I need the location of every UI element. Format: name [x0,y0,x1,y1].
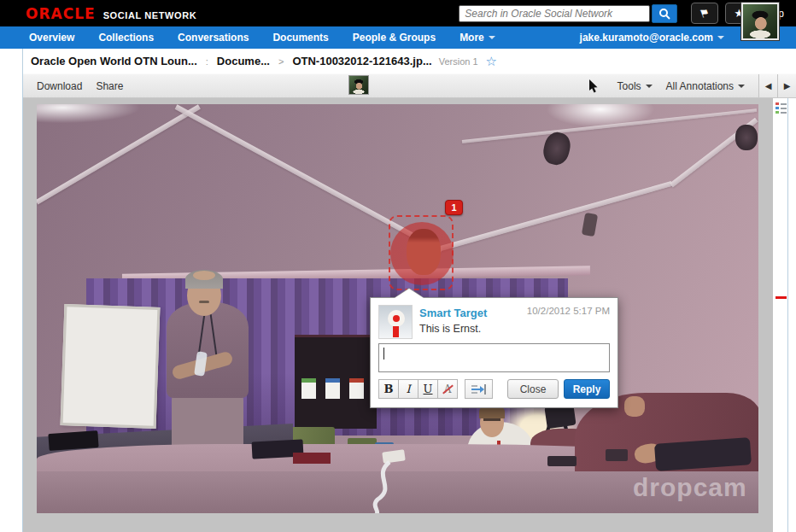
breadcrumb-file: OTN-10032012-121643.jp... [292,55,431,67]
pin-icon [393,315,400,322]
topbar: ORACLE SOCIAL NETWORK ⚑ ★ Help [0,0,796,26]
cursor-icon [588,79,599,93]
ceiling-light [541,130,573,167]
user-email: jake.kuramoto@oracle.com [580,32,713,44]
product-name: SOCIAL NETWORK [103,10,197,20]
watermark: dropcam [633,473,747,502]
insert-icon [471,384,487,395]
insert-button[interactable] [465,379,493,399]
breadcrumb-separator: : [206,56,208,67]
reply-input[interactable] [378,343,610,372]
placard [301,378,316,399]
tent-beam [37,104,201,204]
document-viewer: dropcam 1 10/2/2012 5:17 PM Smart Target… [23,98,773,532]
tent-beam [462,108,757,143]
display-board [295,335,377,429]
counter-object [547,456,577,466]
annotation-list-icon[interactable] [776,102,787,114]
placard [325,378,340,399]
pin-icon [393,326,399,337]
legend-square [776,111,779,114]
breadcrumb-separator: > [278,56,284,67]
breadcrumb: Oracle Open World OTN Loun... : Docume..… [0,49,796,73]
flag-icon: ⚑ [698,5,711,20]
oracle-social-network-app: ORACLE SOCIAL NETWORK ⚑ ★ Help Overview … [0,0,796,532]
next-annotation-button[interactable]: ▶ [777,74,796,97]
popup-arrow [395,289,424,298]
nav-item-documents[interactable]: Documents [272,32,328,44]
global-search [459,4,677,23]
viewer-presence-avatar[interactable] [348,75,369,95]
annotation-timestamp: 10/2/2012 5:17 PM [527,306,610,316]
version-label: Version 1 [439,56,478,67]
annotation-position-marker[interactable] [776,296,787,299]
nav-item-more[interactable]: More [459,32,495,44]
flag-button[interactable]: ⚑ [691,3,718,24]
previous-annotation-button[interactable]: ◀ [758,74,777,97]
annotation-message: This is Ernst. [419,323,610,335]
chevron-down-icon [738,85,745,88]
oracle-logo: ORACLE SOCIAL NETWORK [26,5,196,22]
breadcrumb-folder[interactable]: Docume... [217,55,270,67]
annotation-footer: B I U A Close Reply [371,372,617,407]
legend-line [781,112,787,114]
legend-square [776,102,779,105]
reply-button[interactable]: Reply [564,379,610,399]
share-button[interactable]: Share [96,80,123,92]
counter-object [606,449,628,461]
favorite-star-icon[interactable]: ☆ [486,54,497,69]
standing-man-torso [167,302,249,398]
legend-line [781,103,787,105]
oracle-wordmark: ORACLE [26,5,96,22]
nav-more-label: More [459,32,484,44]
legend-line [781,108,787,109]
rail-divider [787,98,788,532]
nav-item-conversations[interactable]: Conversations [178,32,249,44]
ceiling-light [735,125,758,150]
legend-square [776,107,779,109]
user-avatar[interactable] [741,3,779,40]
chevron-down-icon [646,85,653,88]
author-avatar[interactable] [378,305,413,339]
main-navbar: Overview Collections Conversations Docum… [0,26,796,49]
ceiling-bracket [582,213,598,237]
annotations-filter-label: All Annotations [666,80,734,92]
standing-man-hair [193,271,215,280]
search-icon [658,8,670,20]
chevron-down-icon [717,36,724,39]
breadcrumb-conversation[interactable]: Oracle Open World OTN Loun... [31,55,197,67]
whiteboard [61,304,161,429]
tools-menu[interactable]: Tools [617,80,653,92]
text-caret [383,348,384,360]
close-button[interactable]: Close [507,379,559,399]
foreground-man-neck [624,396,645,417]
annotation-highlight[interactable] [390,222,454,285]
underline-button[interactable]: U [418,379,438,399]
tools-label: Tools [617,80,641,92]
annotation-rail [773,98,796,532]
annotation-author[interactable]: Smart Target [419,307,487,319]
standing-man-mustache [199,301,209,303]
chevron-down-icon [489,36,495,39]
annotation-count-badge[interactable]: 1 [445,200,463,215]
annotation-header: 10/2/2012 5:17 PM Smart Target This is E… [371,298,617,338]
red-box [293,453,331,464]
placard [349,378,364,399]
nav-item-collections[interactable]: Collections [98,32,154,44]
search-button[interactable] [652,4,677,23]
bold-button[interactable]: B [378,379,399,399]
left-gutter [0,49,23,532]
search-input[interactable] [459,5,650,22]
document-toolbar: Download Share Tools All Annotations ◀ ▶ [23,73,796,98]
italic-button[interactable]: I [398,379,418,399]
toolbar-right-group: Tools All Annotations ◀ ▶ [588,74,796,97]
nav-item-people-groups[interactable]: People & Groups [353,32,436,44]
annotations-filter-menu[interactable]: All Annotations [666,80,745,92]
tent-beam [440,181,672,251]
download-button[interactable]: Download [37,80,82,92]
clear-formatting-button[interactable]: A [437,379,458,399]
nav-item-overview[interactable]: Overview [29,32,74,44]
user-menu[interactable]: jake.kuramoto@oracle.com [580,32,724,44]
white-cable [366,459,408,513]
select-tool-button[interactable] [588,79,604,93]
